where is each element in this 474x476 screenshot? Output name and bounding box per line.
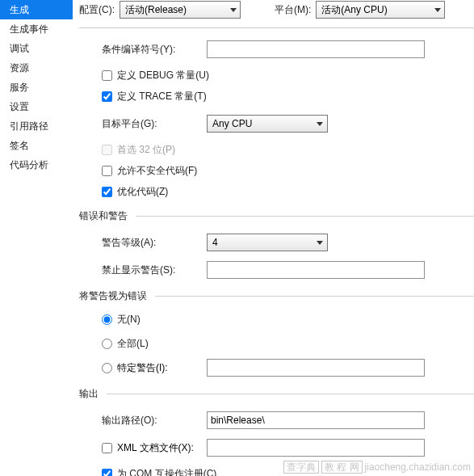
define-debug-label: 定义 DEBUG 常量(U)	[117, 69, 209, 82]
sidebar-item-label: 引用路径	[10, 120, 48, 132]
sidebar-item-debug[interactable]: 调试	[0, 39, 73, 58]
symbols-input[interactable]	[207, 40, 425, 58]
config-label: 配置(C):	[79, 3, 115, 17]
sidebar: 生成 生成事件 调试 资源 服务 设置 引用路径 签名 代码分析	[0, 0, 73, 476]
platform-value: 活动(Any CPU)	[321, 3, 387, 17]
sidebar-item-resources[interactable]: 资源	[0, 58, 73, 78]
treat-none-radio[interactable]	[102, 314, 112, 325]
target-platform-dropdown[interactable]: Any CPU	[207, 115, 328, 133]
sidebar-item-label: 签名	[10, 140, 29, 151]
divider	[79, 27, 474, 28]
sidebar-item-label: 生成事件	[10, 23, 48, 35]
xml-doc-input[interactable]	[207, 439, 425, 457]
com-interop-checkbox[interactable]	[102, 469, 112, 477]
section-title: 输出	[79, 387, 99, 401]
define-debug-checkbox[interactable]	[102, 70, 112, 81]
target-platform-label: 目标平台(G):	[102, 117, 199, 131]
section-title: 错误和警告	[79, 209, 128, 223]
warn-level-value: 4	[212, 237, 218, 248]
allow-unsafe-checkbox[interactable]	[102, 166, 112, 176]
optimize-code-checkbox[interactable]	[102, 187, 112, 197]
warn-level-dropdown[interactable]: 4	[207, 234, 328, 251]
sidebar-item-label: 资源	[10, 62, 29, 74]
config-bar: 配置(C): 活动(Release) 平台(M): 活动(Any CPU)	[79, 0, 474, 19]
chevron-down-icon	[434, 8, 441, 12]
prefer-32bit-label: 首选 32 位(P)	[117, 143, 175, 157]
sidebar-item-label: 设置	[10, 101, 29, 112]
define-trace-label: 定义 TRACE 常量(T)	[117, 90, 207, 103]
treat-specific-radio[interactable]	[102, 363, 112, 373]
sidebar-item-reference-paths[interactable]: 引用路径	[0, 116, 73, 136]
sidebar-item-signing[interactable]: 签名	[0, 136, 73, 155]
optimize-code-label: 优化代码(Z)	[117, 185, 168, 199]
treat-all-radio[interactable]	[102, 339, 112, 349]
platform-dropdown[interactable]: 活动(Any CPU)	[316, 1, 445, 19]
section-title: 将警告视为错误	[79, 289, 147, 303]
prefer-32bit-checkbox	[102, 145, 112, 155]
config-dropdown[interactable]: 活动(Release)	[120, 1, 241, 19]
com-interop-label: 为 COM 互操作注册(C)	[117, 467, 216, 477]
sidebar-item-label: 调试	[10, 43, 29, 54]
sidebar-item-label: 生成	[10, 4, 29, 15]
section-divider	[155, 296, 474, 297]
treat-specific-input[interactable]	[207, 359, 425, 377]
sidebar-item-label: 服务	[10, 82, 29, 93]
symbols-label: 条件编译符号(Y):	[102, 43, 199, 57]
allow-unsafe-label: 允许不安全代码(F)	[117, 164, 197, 178]
xml-doc-label: XML 文档文件(X):	[117, 441, 194, 455]
sidebar-item-build[interactable]: 生成	[0, 0, 73, 19]
suppress-warnings-label: 禁止显示警告(S):	[102, 263, 199, 277]
platform-label: 平台(M):	[275, 3, 311, 17]
output-path-input[interactable]	[207, 411, 425, 429]
sidebar-item-build-events[interactable]: 生成事件	[0, 19, 73, 39]
sidebar-item-code-analysis[interactable]: 代码分析	[0, 155, 73, 175]
xml-doc-checkbox[interactable]	[102, 443, 112, 453]
suppress-warnings-input[interactable]	[207, 261, 425, 279]
section-divider	[107, 394, 474, 394]
section-output: 输出	[79, 387, 474, 401]
warn-level-label: 警告等级(A):	[102, 236, 199, 250]
define-trace-checkbox[interactable]	[102, 91, 112, 102]
main-panel: 配置(C): 活动(Release) 平台(M): 活动(Any CPU) 条件…	[73, 0, 474, 476]
chevron-down-icon	[230, 8, 237, 12]
section-errors: 错误和警告	[79, 209, 474, 223]
target-platform-value: Any CPU	[212, 118, 252, 129]
treat-specific-label: 特定警告(I):	[117, 361, 168, 375]
chevron-down-icon	[317, 241, 323, 245]
treat-none-label: 无(N)	[117, 313, 141, 326]
config-value: 活动(Release)	[125, 3, 187, 17]
treat-all-label: 全部(L)	[117, 337, 149, 351]
sidebar-item-label: 代码分析	[10, 159, 48, 171]
sidebar-item-services[interactable]: 服务	[0, 78, 73, 97]
chevron-down-icon	[317, 122, 323, 126]
output-path-label: 输出路径(O):	[102, 414, 199, 428]
section-treat-warnings: 将警告视为错误	[79, 289, 474, 303]
sidebar-item-settings[interactable]: 设置	[0, 97, 73, 116]
section-divider	[136, 216, 474, 217]
